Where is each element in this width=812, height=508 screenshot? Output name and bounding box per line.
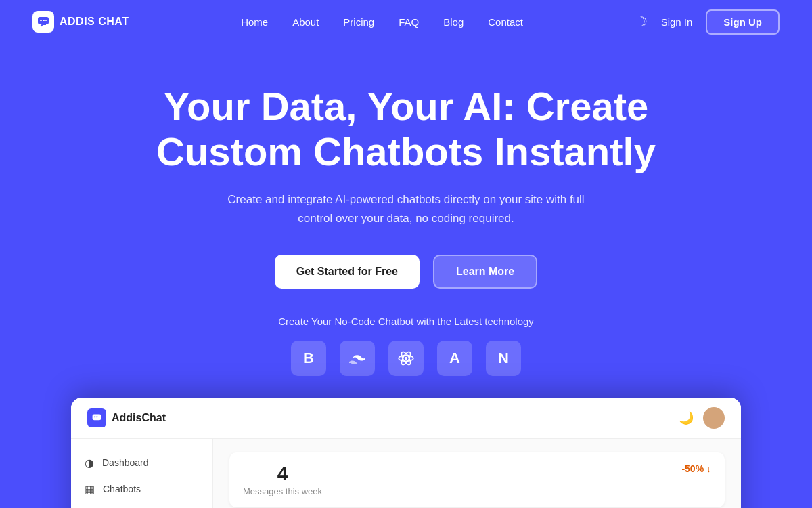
dash-sidebar: ◑ Dashboard ▦ Chatbots ▤ API <box>71 439 213 508</box>
sign-up-button[interactable]: Sign Up <box>706 9 780 35</box>
sign-in-button[interactable]: Sign In <box>661 16 693 28</box>
navbar: ADDIS CHAT Home About Pricing FAQ Blog C… <box>0 0 812 43</box>
stat-info: 4 Messages this week <box>243 463 322 496</box>
chatbots-icon: ▦ <box>85 483 95 496</box>
dash-title: AddisChat <box>112 412 166 424</box>
hero-section: Your Data, Your AI: Create Custom Chatbo… <box>0 43 812 508</box>
astro-icon: A <box>437 341 472 376</box>
sidebar-item-dashboard[interactable]: ◑ Dashboard <box>71 450 212 476</box>
logo-text: ADDIS CHAT <box>60 16 129 28</box>
tech-icons: B A N <box>291 341 521 376</box>
tech-label: Create Your No-Code Chatbot with the Lat… <box>278 316 534 327</box>
nav-links: Home About Pricing FAQ Blog Contact <box>241 16 523 28</box>
learn-more-button[interactable]: Learn More <box>433 255 537 289</box>
hero-title: Your Data, Your AI: Create Custom Chatbo… <box>149 84 663 174</box>
nextjs-icon: N <box>486 341 521 376</box>
svg-rect-9 <box>94 416 95 417</box>
nav-contact[interactable]: Contact <box>488 16 523 28</box>
nav-home[interactable]: Home <box>241 16 268 28</box>
logo: ADDIS CHAT <box>32 11 129 33</box>
logo-icon <box>32 11 54 33</box>
chat-icon <box>37 15 50 28</box>
dash-moon-icon[interactable]: 🌙 <box>679 410 694 425</box>
bootstrap-icon: B <box>291 341 326 376</box>
hero-subtitle: Create and integrate AI-powered chatbots… <box>210 190 602 227</box>
dash-body: ◑ Dashboard ▦ Chatbots ▤ API 4 Messages … <box>71 439 741 508</box>
react-icon <box>388 341 424 376</box>
nav-pricing[interactable]: Pricing <box>343 16 374 28</box>
dash-main: 4 Messages this week -50% ↓ 2 <box>213 439 741 508</box>
dash-logo: AddisChat <box>87 408 166 427</box>
get-started-button[interactable]: Get Started for Free <box>275 255 420 289</box>
dashboard-preview: AddisChat 🌙 ◑ Dashboard ▦ Chatbots ▤ AP <box>71 398 741 508</box>
dashboard-icon: ◑ <box>85 457 94 469</box>
stat-card: 4 Messages this week -50% ↓ <box>229 452 725 507</box>
svg-rect-2 <box>43 20 45 21</box>
svg-rect-10 <box>96 416 97 417</box>
nav-about[interactable]: About <box>292 16 319 28</box>
sidebar-chatbots-label: Chatbots <box>103 484 141 494</box>
dash-avatar <box>703 407 725 429</box>
sidebar-dashboard-label: Dashboard <box>102 457 149 468</box>
sidebar-item-chatbots[interactable]: ▦ Chatbots <box>71 476 212 503</box>
svg-point-4 <box>405 357 407 360</box>
stat-label: Messages this week <box>243 486 322 496</box>
dash-header: AddisChat 🌙 <box>71 398 741 439</box>
nav-actions: ☽ Sign In Sign Up <box>635 9 780 35</box>
tailwind-icon <box>340 341 375 376</box>
svg-rect-1 <box>40 20 42 21</box>
nav-blog[interactable]: Blog <box>443 16 464 28</box>
dash-header-icons: 🌙 <box>679 407 725 429</box>
stat-change: -50% ↓ <box>681 463 711 474</box>
stat-value: 4 <box>243 463 322 485</box>
svg-rect-3 <box>45 20 47 21</box>
dark-mode-toggle[interactable]: ☽ <box>635 14 648 30</box>
react-svg <box>397 350 415 367</box>
dash-logo-icon <box>87 408 106 427</box>
hero-buttons: Get Started for Free Learn More <box>275 255 538 289</box>
sidebar-item-api[interactable]: ▤ API <box>71 503 212 508</box>
tailwind-svg <box>349 353 365 364</box>
nav-faq[interactable]: FAQ <box>399 16 419 28</box>
